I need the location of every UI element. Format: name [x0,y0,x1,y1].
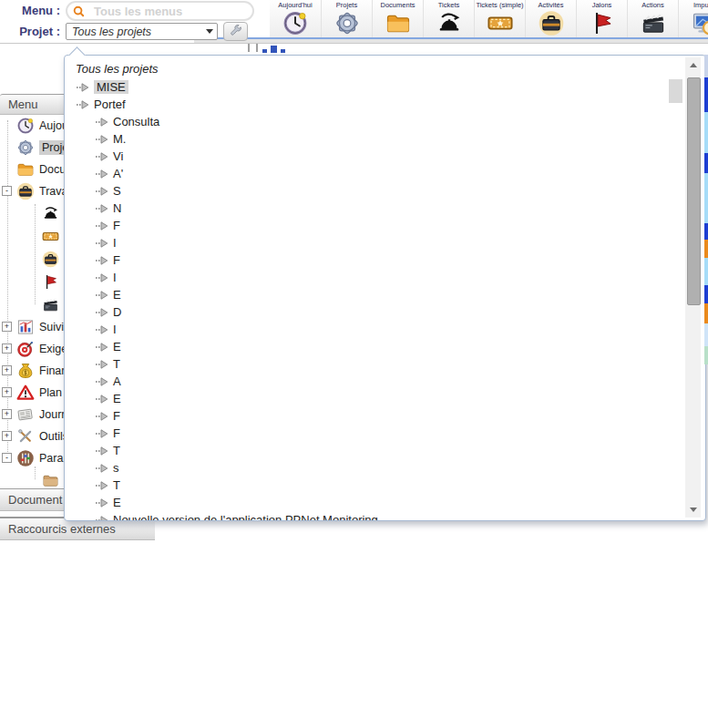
expand-icon[interactable]: + [2,322,12,332]
background-fragment [669,79,682,103]
toolbar-button-briefcase[interactable]: Activités [525,0,576,37]
tree-arrow-icon [95,360,108,369]
expand-icon[interactable]: + [2,409,12,419]
chart-icon [16,318,35,336]
scroll-up-icon[interactable] [685,57,701,73]
clock-icon [282,10,309,36]
clock-icon [16,117,35,135]
project-tree-item[interactable]: A [65,373,705,390]
ticket-icon [42,228,59,245]
project-tree-item[interactable]: T [65,355,705,373]
project-tree-item-label: E [113,340,121,354]
project-tree-item-label: T [113,478,120,492]
toolbar-button-label: Tickets [438,2,459,10]
briefcase-icon [538,10,565,36]
expand-icon[interactable]: + [2,387,12,397]
dropdown-title-option[interactable]: Tous les projets [76,62,705,76]
project-tree-item[interactable]: I [65,234,705,251]
project-tree-item[interactable]: F [65,407,705,425]
collapse-icon[interactable]: - [2,186,12,196]
menu-label: Menu : [0,4,60,17]
project-tree-item[interactable]: E [65,286,705,303]
tree-arrow-icon [95,325,108,334]
toolbar-button-clock[interactable]: Aujourd'hui [270,0,321,37]
tree-arrow-icon [76,100,89,109]
dropdown-scrollbar[interactable] [685,57,701,518]
project-tree-item[interactable]: I [65,321,705,338]
toolbar-button-flag[interactable]: Jalons [576,0,627,37]
project-tree-item[interactable]: T [65,477,705,494]
toolbar-button-computer-clock[interactable]: Imputa [678,0,708,37]
project-tree-item[interactable]: A' [65,165,705,182]
tree-arrow-icon [95,135,108,144]
toolbar-button-label: Aujourd'hui [278,2,312,10]
toolbar-button-folder[interactable]: Documents [372,0,423,37]
tree-arrow-icon [95,377,108,386]
toolbar-button-gear[interactable]: Projets [321,0,372,37]
menu-search-placeholder: Tous les menus [94,5,182,18]
folder-icon [16,160,35,179]
project-tree-item-label: N [113,201,121,215]
tree-arrow-icon [95,273,108,282]
project-tree-item-label: M. [113,132,126,146]
tree-arrow-icon [95,516,108,522]
toolbar-button-label: Tickets (simple) [476,2,523,10]
project-tree-item[interactable]: S [65,182,705,200]
project-tree-item-label: F [113,219,120,232]
project-tree-item[interactable]: E [65,390,705,407]
project-tree-item[interactable]: Portef [65,96,705,113]
project-settings-button[interactable] [223,22,248,41]
project-tree-item[interactable]: E [65,494,705,511]
tree-arrow-icon [95,204,108,213]
menu-search-input[interactable]: Tous les menus [66,1,254,21]
search-icon [72,5,86,18]
project-tree-item[interactable]: Nouvelle version de l'application PPNet … [65,511,705,521]
project-tree-item-label: s [113,461,119,475]
tree-arrow-icon [95,446,108,456]
tree-arrow-icon [95,412,108,421]
project-tree-item[interactable]: D [65,303,705,321]
expand-icon[interactable]: + [2,431,12,441]
collapse-icon[interactable]: - [2,453,12,463]
gear-icon [333,10,361,36]
project-tree-item[interactable]: s [65,459,705,477]
project-tree-item-label: E [113,392,121,405]
tree-arrow-icon [95,308,108,317]
project-tree-item[interactable]: E [65,338,705,355]
project-tree-item[interactable]: T [65,442,705,459]
expand-icon[interactable]: + [2,343,12,354]
project-select[interactable]: Tous les projets [66,23,218,40]
expand-icon[interactable]: + [2,365,12,375]
project-tree-item[interactable]: M. [65,130,705,148]
toolbar-button-clapperboard[interactable]: Actions [627,0,678,37]
project-tree-item[interactable]: MISE [65,78,705,96]
project-select-value: Tous les projets [67,26,202,38]
toolbar-button-bell[interactable]: Tickets [423,0,474,37]
moneybag-icon [16,362,35,380]
project-tree-item[interactable]: F [65,217,705,234]
toolbar-button-ticket[interactable]: Tickets (simple) [474,0,525,37]
folder-brown-icon [42,472,59,489]
bell-icon [42,205,59,222]
project-tree-item-label: Nouvelle version de l'application PPNet … [113,513,378,521]
tree-arrow-icon [95,498,108,508]
project-tree-item-label: Vi [113,149,123,163]
project-tree-item-label: F [113,426,120,440]
project-tree-item-label: D [113,305,121,319]
project-tree-item[interactable]: Vi [65,148,705,165]
project-tree-item-label: A' [113,167,123,180]
sidebar-item-label: Plan [39,386,62,399]
project-tree-item[interactable]: F [65,251,705,269]
scroll-down-icon[interactable] [685,502,701,518]
tree-arrow-icon [95,187,108,196]
scrollbar-thumb[interactable] [687,77,701,305]
tree-arrow-icon [95,464,108,473]
project-tree-item[interactable]: Consulta [65,113,705,130]
warning-icon [16,384,35,402]
clapperboard-icon [42,296,59,313]
project-tree-item[interactable]: F [65,425,705,442]
project-tree-item[interactable]: I [65,269,705,286]
sidebar-item-label: Docu [39,163,66,176]
ticket-icon [487,10,514,36]
project-tree-item[interactable]: N [65,200,705,217]
